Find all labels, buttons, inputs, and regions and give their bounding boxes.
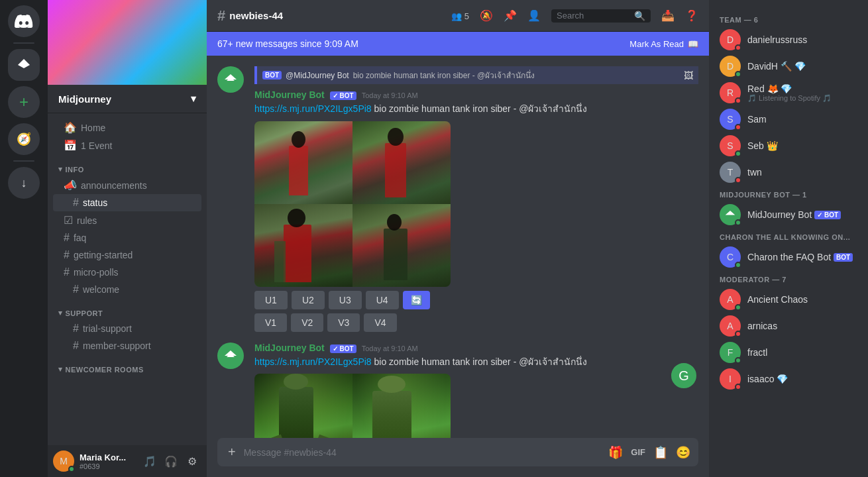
channel-announcements[interactable]: 📣 announcements [53,176,201,194]
inbox-icon[interactable]: 📥 [661,9,675,22]
image-cell-3 [254,204,353,287]
bot-badge-2: ✓ BOT [330,344,356,353]
message-link-2[interactable]: https://s.mj.run/PX2ILgx5Pi8 [254,356,372,367]
channel-welcome[interactable]: # welcome [53,281,201,298]
channel-rules[interactable]: ☑ rules [53,211,201,229]
channel-member-support[interactable]: # member-support [53,337,201,354]
action-buttons-row2: V1 V2 V3 V4 [254,313,698,332]
image-grid-2[interactable] [254,374,451,438]
member-avatar-midjourney-bot [720,204,741,225]
server-icon-explore[interactable]: 🧭 [8,123,40,155]
member-name-davidh: DavidH 🔨 💎 [747,61,806,72]
member-sam[interactable]: S Sam [714,106,863,132]
mute-channel-icon[interactable]: 🔕 [480,9,493,22]
member-name-arnicas: arnicas [747,321,777,331]
channel-list: 🏠 Home 📅 1 Event ▾ INFO 📣 announcements … [48,113,207,445]
bot-badge-1: ✓ BOT [330,91,356,100]
attach-button[interactable]: + [225,438,239,466]
members-icon[interactable]: 👤 [527,9,541,22]
server-icon-add[interactable]: + [8,86,40,118]
v4-button[interactable]: V4 [364,313,396,332]
members-count-icon[interactable]: 👥 5 [451,9,469,23]
server-name-bar[interactable]: Midjourney ▾ [48,85,207,113]
refresh-button[interactable]: 🔄 [403,291,430,309]
server-icon-discord[interactable] [8,5,40,37]
user-tag: #0639 [80,462,135,470]
category-info[interactable]: ▾ INFO [48,154,207,176]
member-danielrussruss[interactable]: D danielrussruss [714,26,863,53]
u4-button[interactable]: U4 [366,291,399,309]
channel-status[interactable]: # status [53,194,201,211]
charon-section-title: CHARON THE ALL KNOWING ON... [714,228,863,244]
member-avatar-ancient-chaos: A [720,289,741,310]
category-support-chevron: ▾ [58,309,63,317]
moderator-section-title: MODERATOR — 7 [714,270,863,286]
message-input[interactable] [244,440,604,465]
member-isaaco[interactable]: I isaaco 💎 [714,366,863,392]
channel-micro-polls[interactable]: # micro-polls [53,264,201,281]
mute-button[interactable]: 🎵 [140,452,159,470]
nav-home[interactable]: 🏠 Home [53,119,201,136]
member-fractl[interactable]: F fractl [714,339,863,366]
help-icon[interactable]: ❓ [685,9,698,22]
member-ancient-chaos[interactable]: A Ancient Chaos [714,286,863,313]
member-sub-red: 🎵 Listening to Spotify 🎵 [747,94,832,103]
user-name: Maria Kor... [80,452,135,462]
search-input[interactable] [557,11,630,21]
channel-trial-support[interactable]: # trial-support [53,320,201,337]
server-icon-midjourney[interactable] [8,49,40,81]
image-grid-1[interactable] [254,121,451,287]
channel-rules-label: rules [77,215,97,226]
message-author-2: MidJourney Bot [254,343,325,353]
v2-button[interactable]: V2 [291,313,323,332]
notification-text: 67+ new messages since 9:09 AM [217,38,358,49]
category-support[interactable]: ▾ SUPPORT [48,298,207,320]
message-link-1[interactable]: https://s.mj.run/PX2ILgx5Pi8 [254,103,372,114]
u2-button[interactable]: U2 [292,291,325,309]
gif-button[interactable]: GIF [631,447,645,457]
message-text-1: https://s.mj.run/PX2ILgx5Pi8 bio zombie … [254,103,698,116]
member-avatar-isaaco: I [720,368,741,390]
micro-polls-hash-icon: # [64,266,70,278]
mark-as-read-button[interactable]: Mark As Read 📖 [629,39,698,49]
channel-faq[interactable]: # faq [53,229,201,246]
status-ancient-chaos [735,304,741,311]
welcome-hash-icon: # [73,284,79,295]
pin-icon[interactable]: 📌 [504,9,517,22]
status-isaaco [735,384,741,390]
channel-title: # newbies-44 [217,7,283,25]
member-arnicas[interactable]: A arnicas [714,313,863,339]
member-red[interactable]: R Red 🦊 💎 🎵 Listening to Spotify 🎵 [714,80,863,106]
chat-messages: BOT @MidJourney Bot bio zombie human tan… [207,56,709,438]
v1-button[interactable]: V1 [254,313,287,332]
category-newcomer[interactable]: ▾ NEWCOMER ROOMS [48,354,207,376]
emoji-icon[interactable]: 😊 [676,445,690,460]
member-midjourney-bot[interactable]: MidJourney Bot ✓ BOT [714,201,863,228]
member-charon-bot[interactable]: C Charon the FAQ Bot BOT [714,244,863,270]
member-davidh[interactable]: D DavidH 🔨 💎 [714,53,863,80]
member-seb[interactable]: S Seb 👑 [714,132,863,159]
search-bar: 🔍 [551,9,651,23]
channel-getting-started[interactable]: # getting-started [53,246,201,264]
trial-support-hash-icon: # [73,323,79,335]
member-avatar-seb: S [720,135,741,156]
user-status-dot [68,466,75,472]
sticker-icon[interactable]: 📋 [653,445,668,460]
message-input-area: + 🎁 GIF 📋 😊 [207,438,709,477]
member-twn[interactable]: T twn [714,159,863,186]
server-icon-download[interactable]: ↓ [8,167,40,199]
v3-button[interactable]: V3 [327,313,360,332]
member-name-twn: twn [747,167,762,178]
status-sam [735,124,741,131]
u1-button[interactable]: U1 [254,291,288,309]
right-sidebar: TEAM — 6 D danielrussruss D DavidH 🔨 💎 R… [709,0,868,477]
deafen-button[interactable]: 🎧 [162,452,180,470]
member-name-danielrussruss: danielrussruss [747,34,807,45]
u3-button[interactable]: U3 [329,291,362,309]
settings-button[interactable]: ⚙ [183,452,201,470]
nav-event[interactable]: 📅 1 Event [53,136,201,154]
category-support-label: SUPPORT [66,309,103,317]
member-avatar-red: R [720,82,741,103]
gift-icon[interactable]: 🎁 [608,445,623,460]
user-controls: 🎵 🎧 ⚙ [140,452,201,470]
